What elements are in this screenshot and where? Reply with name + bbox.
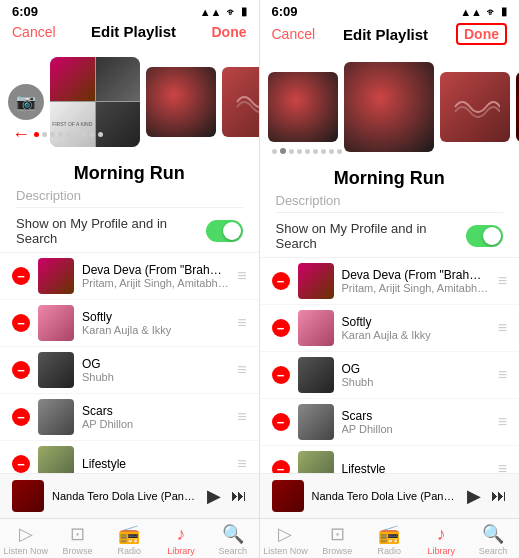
right-panel: 6:09 ▲▲ ᯤ ▮ Cancel Edit Playlist Done ✦ xyxy=(260,0,520,558)
song-name-1-right: Deva Deva (From "Brahmastra") xyxy=(342,268,490,282)
remove-btn-3-left[interactable]: − xyxy=(12,361,30,379)
tab-radio-left[interactable]: 📻 Radio xyxy=(103,523,155,556)
drag-handle-4-right[interactable]: ≡ xyxy=(498,413,507,431)
song-artist-1-right: Pritam, Arijit Singh, Amitabh Bhattachar… xyxy=(342,282,490,294)
np-thumb-right xyxy=(272,480,304,512)
song-info-4-right: Scars AP Dhillon xyxy=(342,409,490,435)
cancel-button-left[interactable]: Cancel xyxy=(12,24,56,40)
play-button-right[interactable]: ▶ xyxy=(467,485,481,507)
dot-8 xyxy=(90,132,95,137)
edit-playlist-title-right: Edit Playlist xyxy=(343,26,428,43)
tab-library-right[interactable]: ♪ Library xyxy=(415,524,467,556)
remove-btn-5-left[interactable]: − xyxy=(12,455,30,473)
album-slide-3-left[interactable] xyxy=(222,67,259,137)
remove-btn-4-right[interactable]: − xyxy=(272,413,290,431)
carousel-indicator-left: ← xyxy=(12,124,103,145)
tab-library-left[interactable]: ♪ Library xyxy=(155,524,207,556)
song-name-2-left: Softly xyxy=(82,310,229,324)
song-artist-3-right: Shubh xyxy=(342,376,490,388)
forward-button-right[interactable]: ⏭ xyxy=(491,487,507,505)
tab-radio-right[interactable]: 📻 Radio xyxy=(363,523,415,556)
done-button-right[interactable]: Done xyxy=(456,23,507,45)
signal-icon-right: ▲▲ xyxy=(460,6,482,18)
tab-radio-icon-left: 📻 xyxy=(118,523,140,545)
song-item-4-left: − Scars AP Dhillon ≡ xyxy=(0,394,259,441)
tab-search-label-left: Search xyxy=(218,546,247,556)
drag-handle-3-right[interactable]: ≡ xyxy=(498,366,507,384)
tab-search-icon-right: 🔍 xyxy=(482,523,504,545)
remove-btn-5-right[interactable]: − xyxy=(272,460,290,473)
drag-handle-4-left[interactable]: ≡ xyxy=(237,408,246,426)
signal-icon: ▲▲ xyxy=(200,6,222,18)
drag-handle-1-right[interactable]: ≡ xyxy=(498,272,507,290)
song-thumb-3-left xyxy=(38,352,74,388)
play-button-left[interactable]: ▶ xyxy=(207,485,221,507)
tab-browse-label-left: Browse xyxy=(63,546,93,556)
dot-9 xyxy=(98,132,103,137)
album-slide-r4[interactable]: ✦ xyxy=(516,72,520,142)
song-thumb-4-left xyxy=(38,399,74,435)
song-name-4-right: Scars xyxy=(342,409,490,423)
tab-listen-now-left[interactable]: ▷ Listen Now xyxy=(0,523,52,556)
toggle-row-left: Show on My Profile and in Search xyxy=(0,210,259,253)
wifi-icon: ᯤ xyxy=(226,6,237,18)
playlist-title-right[interactable]: Morning Run xyxy=(276,168,504,189)
remove-btn-2-right[interactable]: − xyxy=(272,319,290,337)
now-playing-left: Nanda Tero Dola Live (Pandavaas) ▶ ⏭ xyxy=(0,473,259,518)
song-item-3-right: − OG Shubh ≡ xyxy=(260,352,520,399)
np-info-left: Nanda Tero Dola Live (Pandavaas) xyxy=(52,490,199,502)
np-thumb-left xyxy=(12,480,44,512)
tab-browse-right[interactable]: ⊡ Browse xyxy=(311,523,363,556)
forward-button-left[interactable]: ⏭ xyxy=(231,487,247,505)
album-slide-r3[interactable] xyxy=(440,72,510,142)
rdot-3 xyxy=(289,149,294,154)
toggle-switch-right[interactable] xyxy=(466,225,503,247)
tab-search-right[interactable]: 🔍 Search xyxy=(467,523,519,556)
drag-handle-1-left[interactable]: ≡ xyxy=(237,267,246,285)
description-input-right[interactable]: Description xyxy=(276,193,504,213)
dot-2 xyxy=(42,132,47,137)
nav-bar-left: Cancel Edit Playlist Done xyxy=(0,21,259,44)
drag-handle-5-right[interactable]: ≡ xyxy=(498,460,507,473)
description-area-left: Description xyxy=(0,186,259,210)
status-bar-left: 6:09 ▲▲ ᯤ ▮ xyxy=(0,0,259,21)
drag-handle-2-right[interactable]: ≡ xyxy=(498,319,507,337)
remove-btn-2-left[interactable]: − xyxy=(12,314,30,332)
cancel-button-right[interactable]: Cancel xyxy=(272,26,316,42)
toggle-switch-left[interactable] xyxy=(206,220,243,242)
carousel-left: 📷 FIRST OF A KIND ✦ ← xyxy=(0,44,259,159)
album-slide-r2-main[interactable] xyxy=(344,62,434,152)
tab-library-label-right: Library xyxy=(427,546,455,556)
np-info-right: Nanda Tero Dola Live (Pandavaas) xyxy=(312,490,460,502)
edit-playlist-title-left: Edit Playlist xyxy=(91,23,176,40)
remove-btn-3-right[interactable]: − xyxy=(272,366,290,384)
remove-btn-1-right[interactable]: − xyxy=(272,272,290,290)
toggle-row-right: Show on My Profile and in Search xyxy=(260,215,520,258)
song-info-4-left: Scars AP Dhillon xyxy=(82,404,229,430)
tab-browse-left[interactable]: ⊡ Browse xyxy=(52,523,104,556)
status-icons-right: ▲▲ ᯤ ▮ xyxy=(460,5,507,18)
remove-btn-4-left[interactable]: − xyxy=(12,408,30,426)
drag-handle-2-left[interactable]: ≡ xyxy=(237,314,246,332)
drag-handle-5-left[interactable]: ≡ xyxy=(237,455,246,473)
rdot-1 xyxy=(272,149,277,154)
playlist-title-area-right: Morning Run xyxy=(260,164,520,191)
song-name-4-left: Scars xyxy=(82,404,229,418)
song-item-3-left: − OG Shubh ≡ xyxy=(0,347,259,394)
tab-library-icon-left: ♪ xyxy=(176,524,185,545)
wifi-icon-right: ᯤ xyxy=(486,6,497,18)
drag-handle-3-left[interactable]: ≡ xyxy=(237,361,246,379)
album-slide-r1[interactable] xyxy=(268,72,338,142)
playlist-title-left[interactable]: Morning Run xyxy=(16,163,243,184)
done-button-left[interactable]: Done xyxy=(212,24,247,40)
tab-search-left[interactable]: 🔍 Search xyxy=(207,523,259,556)
tab-listen-now-right[interactable]: ▷ Listen Now xyxy=(260,523,312,556)
tab-library-label-left: Library xyxy=(167,546,195,556)
dot-5 xyxy=(66,132,71,137)
remove-btn-1-left[interactable]: − xyxy=(12,267,30,285)
camera-button-left[interactable]: 📷 xyxy=(8,84,44,120)
rdot-6 xyxy=(313,149,318,154)
toggle-label-right: Show on My Profile and in Search xyxy=(276,221,467,251)
album-slide-2-left[interactable] xyxy=(146,67,216,137)
description-input-left[interactable]: Description xyxy=(16,188,243,208)
